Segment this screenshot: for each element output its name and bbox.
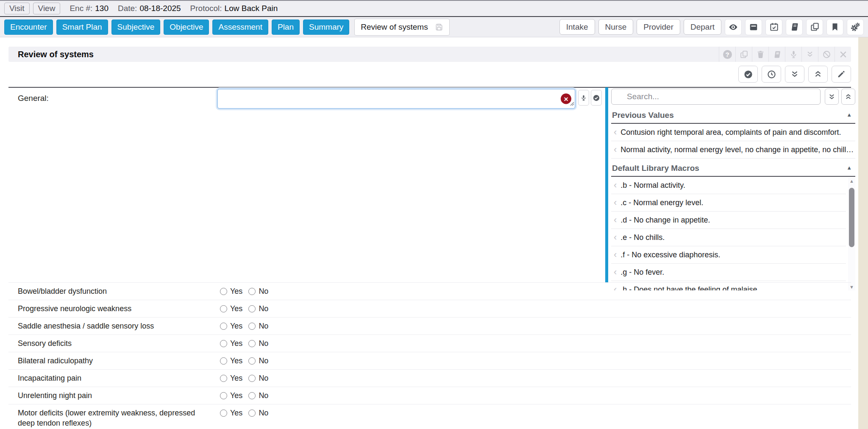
- radio-circle[interactable]: [220, 288, 227, 295]
- no-radio[interactable]: No: [248, 409, 268, 418]
- nav-plan-button[interactable]: Plan: [272, 20, 300, 35]
- view-button[interactable]: View: [33, 3, 61, 14]
- eye-icon[interactable]: [725, 19, 742, 35]
- macro-item[interactable]: ‹ .e - No chills.: [611, 229, 846, 246]
- settings-gears-icon[interactable]: [847, 19, 864, 35]
- dictate-microphone-icon[interactable]: [578, 90, 589, 106]
- nav-smart-plan-button[interactable]: Smart Plan: [56, 20, 108, 35]
- no-radio[interactable]: No: [248, 357, 268, 365]
- radio-circle[interactable]: [248, 392, 256, 399]
- nav-summary-button[interactable]: Summary: [303, 20, 349, 35]
- yes-radio[interactable]: Yes: [220, 287, 242, 296]
- yes-radio[interactable]: Yes: [220, 304, 242, 313]
- date-label: Date:: [118, 4, 137, 13]
- bookmark-icon[interactable]: [826, 19, 843, 35]
- nav-assessment-button[interactable]: Assessment: [212, 20, 268, 35]
- calendar-check-icon[interactable]: [765, 19, 782, 35]
- radio-circle[interactable]: [248, 305, 256, 312]
- microphone-icon[interactable]: [785, 47, 801, 62]
- macro-item[interactable]: ‹ .f - No excessive diaphoresis.: [611, 246, 846, 264]
- page-background-strip: [858, 37, 868, 429]
- intake-button[interactable]: Intake: [559, 19, 595, 35]
- copy-icon[interactable]: [806, 19, 823, 35]
- check-circle-icon[interactable]: [738, 66, 758, 83]
- protocol: Protocol: Low Back Pain: [190, 4, 278, 13]
- insert-chevron-icon: ‹: [614, 233, 617, 242]
- scroll-up-arrow-icon[interactable]: ▲: [848, 178, 855, 184]
- radio-circle[interactable]: [248, 288, 256, 295]
- book-icon[interactable]: [786, 19, 803, 35]
- previous-value-item[interactable]: ‹ Normal activity, normal energy level, …: [611, 141, 855, 159]
- collapse-triangle-icon[interactable]: ▲: [846, 111, 852, 118]
- help-icon[interactable]: ?: [719, 47, 735, 62]
- nav-encounter-button[interactable]: Encounter: [4, 20, 53, 35]
- expand-all-double-chevron-down-icon[interactable]: [825, 89, 839, 105]
- ban-icon[interactable]: [818, 47, 835, 62]
- copy-icon[interactable]: [735, 47, 752, 62]
- provider-button[interactable]: Provider: [637, 19, 680, 35]
- radio-circle[interactable]: [248, 340, 256, 347]
- no-radio[interactable]: No: [248, 339, 268, 348]
- question-row: Motor deficits (lower extremity weakness…: [8, 404, 851, 429]
- macro-item[interactable]: ‹ .g - No fever.: [611, 264, 846, 281]
- yes-radio[interactable]: Yes: [220, 357, 242, 365]
- depart-button[interactable]: Depart: [684, 19, 721, 35]
- double-chevron-up-icon[interactable]: [808, 66, 828, 83]
- yes-radio[interactable]: Yes: [220, 322, 242, 331]
- collapse-all-double-chevron-up-icon[interactable]: [841, 89, 855, 105]
- double-chevron-down-icon[interactable]: [801, 47, 818, 62]
- previous-value-item[interactable]: ‹ Contusion right temporal area, complai…: [611, 124, 855, 141]
- scrollbar-thumb[interactable]: [849, 188, 854, 247]
- macro-list-scrollbar[interactable]: ▲ ▼: [848, 178, 855, 290]
- search-input[interactable]: [611, 89, 821, 105]
- radio-circle[interactable]: [248, 357, 256, 365]
- yes-radio[interactable]: Yes: [220, 339, 242, 348]
- no-radio[interactable]: No: [248, 287, 268, 296]
- confirm-check-icon[interactable]: [591, 90, 602, 106]
- radio-circle[interactable]: [220, 357, 227, 365]
- radio-circle[interactable]: [220, 375, 227, 382]
- radio-circle[interactable]: [220, 305, 227, 312]
- general-input[interactable]: [217, 89, 576, 109]
- nav-subjective-button[interactable]: Subjective: [111, 20, 161, 35]
- radio-circle[interactable]: [248, 410, 256, 417]
- previous-values-header[interactable]: Previous Values ▲: [611, 111, 855, 124]
- general-field-wrap: ✕: [217, 89, 576, 109]
- no-radio[interactable]: No: [248, 304, 268, 313]
- archive-icon[interactable]: [745, 19, 762, 35]
- no-radio[interactable]: No: [248, 374, 268, 383]
- tab-review-of-systems[interactable]: Review of systems: [354, 19, 449, 36]
- double-chevron-down-icon[interactable]: [785, 66, 804, 83]
- close-icon[interactable]: [835, 47, 851, 62]
- radio-circle[interactable]: [248, 323, 256, 330]
- radio-circle[interactable]: [220, 323, 227, 330]
- radio-circle[interactable]: [220, 340, 227, 347]
- macro-item[interactable]: ‹ .d - No change in appetite.: [611, 212, 846, 229]
- yes-radio[interactable]: Yes: [220, 409, 242, 418]
- save-icon[interactable]: [435, 23, 443, 31]
- no-radio[interactable]: No: [248, 322, 268, 331]
- question-row: Unrelenting night pain Yes No: [8, 387, 851, 404]
- collapse-triangle-icon[interactable]: ▲: [846, 164, 852, 171]
- yes-radio[interactable]: Yes: [220, 391, 242, 400]
- visit-button[interactable]: Visit: [4, 3, 30, 14]
- trash-icon[interactable]: [752, 47, 768, 62]
- clock-icon[interactable]: [762, 66, 781, 83]
- radio-circle[interactable]: [248, 375, 256, 382]
- default-library-macros-header[interactable]: Default Library Macros ▲: [611, 164, 855, 177]
- yes-radio[interactable]: Yes: [220, 374, 242, 383]
- macro-item[interactable]: ‹ .c - Normal energy level.: [611, 194, 846, 212]
- no-radio[interactable]: No: [248, 391, 268, 400]
- red-flag-questions: Bowel/bladder dysfunction Yes No Progres…: [8, 282, 851, 429]
- question-label: Motor deficits (lower extremity weakness…: [18, 408, 211, 428]
- resize-grip-icon[interactable]: [569, 100, 574, 108]
- insert-chevron-icon: ‹: [614, 198, 617, 207]
- radio-circle[interactable]: [220, 392, 227, 399]
- macro-item[interactable]: ‹ .b - Normal activity.: [611, 177, 846, 194]
- nurse-button[interactable]: Nurse: [598, 19, 634, 35]
- nav-objective-button[interactable]: Objective: [164, 20, 209, 35]
- pencil-icon[interactable]: [832, 66, 851, 83]
- main-toolbar: Encounter Smart Plan Subjective Objectiv…: [0, 17, 868, 37]
- radio-circle[interactable]: [220, 410, 227, 417]
- book-icon[interactable]: [768, 47, 785, 62]
